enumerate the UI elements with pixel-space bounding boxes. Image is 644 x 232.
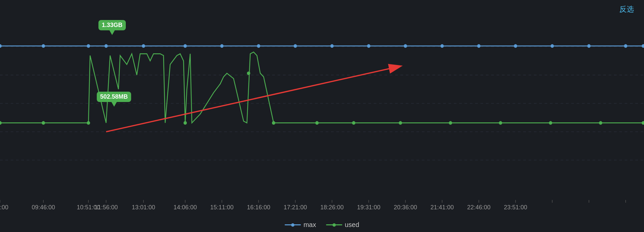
- svg-text::41:00: :41:00: [0, 204, 8, 211]
- svg-point-37: [642, 121, 644, 125]
- tooltip-max-label: 1.33GB: [98, 20, 126, 30]
- svg-text:23:51:00: 23:51:00: [504, 204, 527, 211]
- svg-point-36: [599, 121, 602, 125]
- legend-max-dot: [291, 223, 294, 227]
- svg-point-26: [87, 121, 90, 125]
- svg-text:17:21:00: 17:21:00: [284, 204, 307, 211]
- svg-point-21: [587, 44, 591, 48]
- legend-max-label: max: [303, 221, 316, 229]
- svg-point-27: [184, 121, 187, 125]
- svg-point-7: [87, 44, 90, 48]
- svg-point-16: [404, 44, 407, 48]
- legend-used-dot: [332, 223, 336, 227]
- chart-area: 1.33GB 502.58MB: [0, 18, 644, 192]
- svg-text:18:26:00: 18:26:00: [320, 204, 344, 211]
- legend: max used: [285, 221, 359, 229]
- svg-point-13: [294, 44, 297, 48]
- x-axis: :41:00 09:46:00 10:51:00 11:56:00 13:01:…: [0, 200, 644, 212]
- svg-point-20: [551, 44, 554, 48]
- svg-text:16:16:00: 16:16:00: [247, 204, 270, 211]
- legend-max: max: [285, 221, 316, 229]
- svg-text:21:41:00: 21:41:00: [430, 204, 454, 211]
- svg-text:20:36:00: 20:36:00: [394, 204, 417, 211]
- legend-used: used: [326, 221, 359, 229]
- svg-point-14: [330, 44, 334, 48]
- svg-point-28: [247, 71, 250, 75]
- svg-text:09:46:00: 09:46:00: [32, 204, 55, 211]
- svg-point-33: [449, 121, 452, 125]
- svg-point-24: [0, 121, 2, 125]
- svg-text:11:56:00: 11:56:00: [94, 204, 118, 211]
- tooltip-max-tail: [109, 30, 115, 35]
- svg-point-22: [624, 44, 627, 48]
- legend-max-line: [285, 224, 301, 225]
- svg-point-6: [42, 44, 45, 48]
- svg-text:19:31:00: 19:31:00: [357, 204, 380, 211]
- tooltip-used-tail: [111, 102, 117, 107]
- tooltip-used-label: 502.58MB: [97, 92, 131, 102]
- svg-point-10: [184, 44, 187, 48]
- svg-point-25: [42, 121, 45, 125]
- legend-used-line: [326, 224, 342, 225]
- tooltip-max: 1.33GB: [98, 20, 126, 35]
- svg-text:13:01:00: 13:01:00: [132, 204, 155, 211]
- tooltip-used: 502.58MB: [97, 92, 131, 107]
- svg-point-18: [477, 44, 480, 48]
- svg-point-34: [499, 121, 502, 125]
- svg-point-32: [399, 121, 402, 125]
- svg-line-39: [106, 66, 400, 132]
- svg-text:15:11:00: 15:11:00: [210, 204, 234, 211]
- svg-point-17: [440, 44, 444, 48]
- svg-point-8: [104, 44, 108, 48]
- svg-point-12: [257, 44, 260, 48]
- svg-point-19: [514, 44, 517, 48]
- svg-text:22:46:00: 22:46:00: [467, 204, 491, 211]
- chart-container: 反选: [0, 0, 644, 232]
- svg-point-5: [0, 44, 2, 48]
- svg-point-11: [220, 44, 224, 48]
- svg-point-23: [642, 44, 644, 48]
- legend-used-label: used: [345, 221, 359, 229]
- svg-point-35: [549, 121, 552, 125]
- deselect-button[interactable]: 反选: [619, 4, 634, 14]
- svg-text:14:06:00: 14:06:00: [174, 204, 197, 211]
- svg-point-9: [142, 44, 145, 48]
- svg-point-29: [272, 121, 275, 125]
- top-bar: 反选: [0, 0, 644, 18]
- svg-point-15: [367, 44, 370, 48]
- svg-point-30: [315, 121, 319, 125]
- svg-point-31: [352, 121, 355, 125]
- x-axis-svg: :41:00 09:46:00 10:51:00 11:56:00 13:01:…: [0, 200, 644, 212]
